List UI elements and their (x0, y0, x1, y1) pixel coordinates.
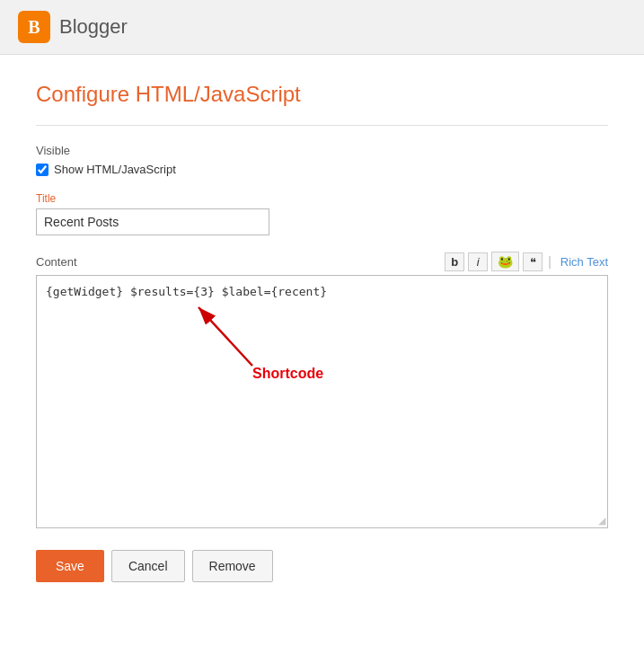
save-button[interactable]: Save (36, 550, 104, 582)
emoji-button[interactable]: 🐸 (491, 252, 519, 271)
visible-label: Visible (36, 144, 608, 157)
content-toolbar: b i 🐸 ❝ | Rich Text (445, 252, 608, 271)
title-section: Title (36, 192, 608, 235)
content-header-row: Content b i 🐸 ❝ | Rich Text (36, 252, 608, 271)
page-title: Configure HTML/JavaScript (36, 82, 608, 107)
show-html-label: Show HTML/JavaScript (54, 163, 176, 176)
toolbar-pipe: | (548, 254, 551, 269)
title-input[interactable] (36, 208, 269, 235)
content-textarea[interactable]: {getWidget} $results={3} $label={recent} (37, 276, 607, 527)
content-label: Content (36, 255, 77, 269)
content-textarea-wrapper: {getWidget} $results={3} $label={recent}… (36, 275, 608, 528)
quote-button[interactable]: ❝ (523, 252, 543, 271)
button-row: Save Cancel Remove (36, 550, 608, 582)
show-checkbox-row: Show HTML/JavaScript (36, 163, 608, 176)
textarea-resize-handle[interactable]: ◢ (595, 515, 605, 526)
title-divider (36, 125, 608, 126)
content-section: Content b i 🐸 ❝ | Rich Text {getWidget} … (36, 252, 608, 528)
title-field-label: Title (36, 192, 608, 205)
main-content: Configure HTML/JavaScript Visible Show H… (0, 55, 644, 655)
bold-button[interactable]: b (445, 252, 464, 271)
italic-button[interactable]: i (468, 252, 488, 271)
app-name: Blogger (59, 15, 128, 39)
blogger-logo-icon: B (18, 11, 50, 43)
cancel-button[interactable]: Cancel (111, 550, 185, 582)
app-header: B Blogger (0, 0, 644, 55)
rich-text-link[interactable]: Rich Text (560, 255, 608, 269)
remove-button[interactable]: Remove (192, 550, 273, 582)
visible-section: Visible Show HTML/JavaScript (36, 144, 608, 176)
show-html-checkbox[interactable] (36, 164, 49, 176)
